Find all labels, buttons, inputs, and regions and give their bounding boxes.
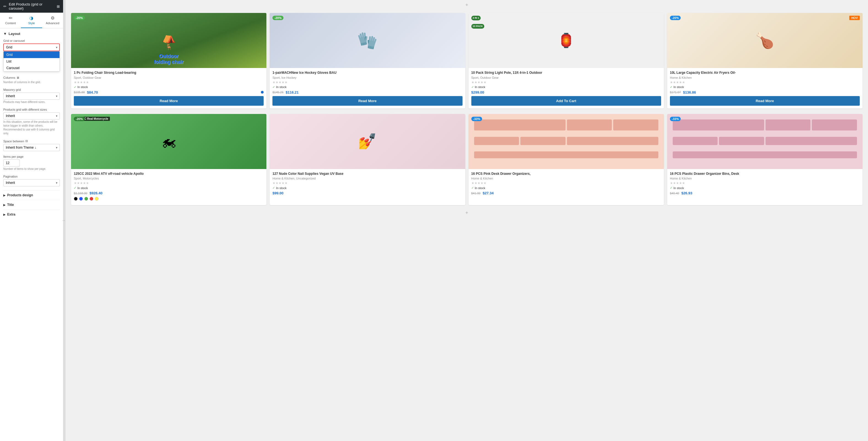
check-icon-6: ✓ bbox=[273, 186, 275, 190]
price-sale-8: $26.93 bbox=[681, 191, 692, 195]
grid-carousel-dropdown[interactable]: Grid List Carousel bbox=[3, 51, 60, 72]
in-stock-6: ✓ In stock bbox=[273, 186, 462, 190]
product-category-1: Sport, Outdoor Gear bbox=[74, 76, 264, 79]
extra-header[interactable]: ▶ Extra bbox=[3, 212, 60, 216]
add-block-bottom[interactable]: + bbox=[66, 208, 868, 218]
product-info-1: 1 Pc Folding Chair Strong Load-bearing S… bbox=[71, 68, 267, 108]
check-icon-8: ✓ bbox=[670, 186, 673, 190]
layout-arrow: ▼ bbox=[3, 32, 7, 36]
product-card-1: ⛺ 🪑 Outdoorfolding chair -20% 1 Pc Foldi… bbox=[71, 13, 267, 108]
product-info-6: 127 Nude Color Nail Supplies Vegan UV Ba… bbox=[270, 169, 465, 200]
read-more-btn-2[interactable]: Read More bbox=[273, 96, 462, 106]
product-image-8: -33% bbox=[667, 114, 863, 169]
layout-section-header[interactable]: ▼ Layout bbox=[3, 32, 60, 36]
space-icon: ⊟ bbox=[25, 139, 28, 143]
grid-carousel-select-wrapper[interactable]: Grid List Carousel Grid List Carousel bbox=[3, 43, 60, 51]
in-stock-5: ✓ In stock bbox=[74, 186, 264, 190]
content-icon: ✏ bbox=[9, 15, 12, 21]
price-sale-7: $27.34 bbox=[483, 191, 494, 195]
product-image-5: 🏍 -20% CC Real Motorcycle bbox=[71, 114, 267, 169]
grid-apps-icon: ⊞ bbox=[57, 4, 60, 8]
read-more-btn-4[interactable]: Read More bbox=[670, 96, 860, 106]
tab-advanced-label: Advanced bbox=[46, 22, 59, 25]
products-grid-sizes-select[interactable]: Inherit bbox=[3, 112, 60, 120]
price-row-4: $171.07 $136.86 bbox=[670, 90, 860, 94]
stars-2: ★★★★★ bbox=[273, 80, 462, 84]
tab-advanced[interactable]: ⚙ Advanced bbox=[42, 13, 63, 28]
grid-carousel-label: Grid or carousel bbox=[3, 39, 60, 42]
check-icon-4: ✓ bbox=[670, 85, 673, 89]
pagination-wrapper[interactable]: Inherit bbox=[3, 179, 60, 186]
pagination-select[interactable]: Inherit bbox=[3, 179, 60, 186]
product-image-7: -33% bbox=[469, 114, 664, 169]
read-more-btn-1[interactable]: Read More bbox=[74, 96, 264, 106]
products-design-header[interactable]: ▶ Products design bbox=[3, 193, 60, 197]
option-list[interactable]: List bbox=[4, 58, 60, 65]
price-sale-5: $926.40 bbox=[90, 191, 102, 195]
products-grid-sizes-field: Products grid with different sizes Inher… bbox=[3, 108, 60, 135]
products-grid-sizes-wrapper[interactable]: Inherit bbox=[3, 112, 60, 120]
title-header[interactable]: ▶ Title bbox=[3, 203, 60, 207]
space-between-select[interactable]: Inherit from Theme ↓ bbox=[3, 144, 60, 151]
grid-carousel-select[interactable]: Grid List Carousel bbox=[3, 43, 60, 51]
product-card-4: 🍗 -20% HOV 10L Large Capacity Electric A… bbox=[667, 13, 863, 108]
sidebar-header: ✏ Edit Products (grid or carousel) ⊞ bbox=[0, 0, 63, 13]
product-title-7: 16 PCS Pink Desk Drawer Organizers, bbox=[471, 172, 661, 176]
space-between-wrapper[interactable]: Inherit from Theme ↓ bbox=[3, 144, 60, 151]
tab-style-label: Style bbox=[28, 22, 35, 25]
option-carousel[interactable]: Carousel bbox=[4, 65, 60, 71]
add-block-top[interactable]: + bbox=[66, 0, 868, 10]
badge-7: -33% bbox=[471, 117, 482, 121]
title-section: ▶ Title bbox=[3, 200, 60, 209]
price-original-5: $1,168.00 bbox=[74, 192, 87, 195]
badge-3b: 10 PACK bbox=[471, 24, 484, 29]
stars-6: ★★★★★ bbox=[273, 181, 462, 185]
badge-4: -20% bbox=[670, 16, 681, 20]
product-image-2: 🧤 -20% bbox=[270, 13, 465, 68]
resize-handle[interactable]: ⋮ bbox=[63, 0, 66, 441]
masonry-select[interactable]: Inherit bbox=[3, 93, 60, 100]
product-category-2: Sport, Ice Hockey bbox=[273, 76, 462, 79]
tabs-bar: ✏ Content ◑ Style ⚙ Advanced bbox=[0, 13, 63, 28]
price-sale-2: $116.21 bbox=[286, 90, 299, 94]
masonry-note: Products may have different sizes. bbox=[3, 100, 60, 104]
items-per-page-label: Items per page bbox=[3, 155, 60, 158]
price-original-2: $145.26 bbox=[273, 91, 283, 94]
color-dot-blue bbox=[79, 197, 83, 201]
tab-style[interactable]: ◑ Style bbox=[21, 13, 42, 28]
edit-icon: ✏ bbox=[3, 4, 7, 8]
check-icon-2: ✓ bbox=[273, 85, 275, 89]
badge-2: -20% bbox=[273, 16, 283, 20]
price-row-2: $145.26 $116.21 bbox=[273, 90, 462, 94]
color-dots-5 bbox=[74, 197, 264, 201]
product-info-2: 1-pairMACHNew Ice Hockey Gloves BAU Spor… bbox=[270, 68, 465, 108]
outdoor-text: Outdoorfolding chair bbox=[71, 54, 267, 65]
stars-5: ★★★★★ bbox=[74, 181, 264, 185]
price-row-8: $40.40 $26.93 bbox=[670, 191, 860, 195]
product-category-8: Home & Kitchen bbox=[670, 177, 860, 180]
product-image-3: 🏮 4 IN 1 10 PACK bbox=[469, 13, 664, 68]
color-dot-black bbox=[74, 197, 78, 201]
price-original-4: $171.07 bbox=[670, 91, 681, 94]
main-content: + ⛺ 🪑 Outdoorfolding chair bbox=[66, 0, 868, 441]
tab-content[interactable]: ✏ Content bbox=[0, 13, 21, 28]
color-dot-yellow bbox=[95, 197, 99, 201]
badge-5: -20% bbox=[74, 117, 85, 121]
product-title-5: 125CC 2022 Mini ATV off-road vehicle Apo… bbox=[74, 172, 264, 176]
product-title-6: 127 Nude Color Nail Supplies Vegan UV Ba… bbox=[273, 172, 462, 176]
advanced-icon: ⚙ bbox=[51, 15, 55, 21]
items-per-page-input[interactable] bbox=[3, 159, 20, 167]
masonry-select-wrapper[interactable]: Inherit bbox=[3, 93, 60, 100]
price-original-8: $40.40 bbox=[670, 192, 679, 195]
option-grid[interactable]: Grid bbox=[4, 52, 60, 58]
masonry-field: Masonry grid Inherit Products may have d… bbox=[3, 88, 60, 104]
product-card-7: -33% 16 PCS Pink Desk Drawer Organizers,… bbox=[469, 114, 664, 205]
stars-1: ★★★★★ bbox=[74, 80, 264, 84]
stars-7: ★★★★★ bbox=[471, 181, 661, 185]
title-label: Title bbox=[7, 203, 14, 207]
pagination-field: Pagination Inherit bbox=[3, 175, 60, 186]
add-icon-bottom: + bbox=[465, 210, 468, 216]
products-grid-sizes-label: Products grid with different sizes bbox=[3, 108, 60, 111]
product-image-1: ⛺ 🪑 Outdoorfolding chair -20% bbox=[71, 13, 267, 68]
add-to-cart-btn-3[interactable]: Add To Cart bbox=[471, 96, 661, 106]
